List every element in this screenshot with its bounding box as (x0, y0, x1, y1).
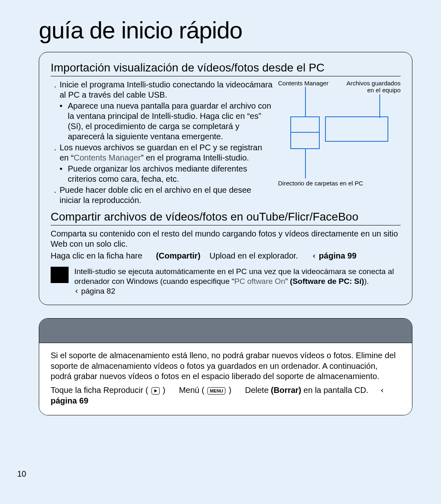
diagram-line (305, 149, 306, 178)
note-c: ). (364, 277, 369, 285)
diagram-label-saved-files: Archivos guardados en el equipo (339, 80, 401, 94)
note-text: Intelli-studio se ejecuta automáticament… (74, 267, 401, 296)
page-title: guía de inicio rápido (39, 16, 412, 44)
diagram: Contents Manager Archivos guardados en e… (278, 80, 401, 202)
step-2-contents-manager: Contents Manager (74, 153, 141, 162)
diagram-box (325, 116, 388, 142)
diagram-line (305, 87, 306, 116)
step-2b: ” en el programa Intelli-studio. (141, 153, 249, 162)
bullet-dot: . (51, 185, 60, 205)
diagram-box (290, 116, 320, 133)
page-number: 10 (17, 469, 26, 479)
menu-icon: MENU (207, 387, 225, 395)
section-2-body: Comparta su contenido con el resto del m… (51, 229, 401, 296)
action-text-a: Haga clic en la ficha hare (51, 251, 143, 260)
action-compartir: (Compartir) (156, 251, 200, 260)
step-1-sub: Aparece una nueva pantalla para guardar … (68, 101, 273, 142)
bullet-dot: . (51, 143, 60, 163)
section-1-text: . Inicie el programa Intelli-studio cone… (51, 80, 273, 206)
bullet: • (60, 101, 68, 142)
lower-paragraph: Si el soporte de almacenamiento está lle… (51, 350, 401, 382)
diagram-box (290, 133, 320, 149)
note-bold: (Software de PC: Sí) (290, 277, 364, 285)
section-2-heading: Compartir archivos de vídeos/fotos en ou… (51, 210, 401, 225)
lower-borrar: (Borrar) (271, 386, 301, 395)
arrow-icon: ‹ (74, 286, 79, 295)
bullet-dot: . (51, 80, 60, 100)
step-2: Los nuevos archivos se guardan en el PC … (60, 143, 273, 163)
diagram-label-contents-manager: Contents Manager (278, 80, 335, 87)
lower-d: ) (229, 386, 232, 395)
lower-box-header (39, 319, 412, 343)
page-ref-99: página 99 (319, 251, 356, 260)
action-text-c: Upload en el explorador. (209, 251, 298, 260)
lower-a: Toque la ficha Reproducir ( (51, 386, 148, 395)
section-2-intro: Comparta su contenido con el resto del m… (51, 229, 401, 249)
diagram-line (379, 94, 380, 118)
note-block: Intelli-studio se ejecuta automáticament… (51, 267, 401, 296)
section-2-action-line: Haga clic en la ficha hare (Compartir) U… (51, 251, 401, 261)
section-1-heading: Importación visualización de vídeos/foto… (51, 61, 401, 76)
note-quoted: PC oftware On (234, 277, 285, 285)
main-content-box: Importación visualización de vídeos/foto… (39, 52, 412, 305)
arrow-icon: ‹ (312, 251, 316, 261)
note-icon (51, 267, 69, 283)
lower-c: Menú ( (179, 386, 204, 395)
lower-box: Si el soporte de almacenamiento está lle… (39, 318, 412, 415)
diagram-label-directory: Directorio de carpetas en el PC (278, 180, 401, 187)
note-b: ” (285, 277, 290, 285)
step-3: Puede hacer doble clic en el archivo en … (60, 185, 273, 205)
lower-f: en la pantalla CD. (301, 386, 369, 395)
play-icon (151, 387, 160, 395)
arrow-icon: ‹ (380, 385, 385, 395)
page-ref-69: página 69 (51, 396, 88, 405)
lower-action-line: Toque la ficha Reproducir ( ) Menú ( MEN… (51, 385, 401, 406)
step-1: Inicie el programa Intelli-studio conect… (60, 80, 273, 100)
lower-e: Delete (245, 386, 271, 395)
bullet: • (60, 164, 68, 184)
step-2-sub: Puede organizar los archivos mediante di… (68, 164, 273, 184)
page-ref-82: página 82 (81, 287, 115, 295)
lower-b: ) (163, 386, 165, 395)
lower-box-body: Si el soporte de almacenamiento está lle… (39, 343, 412, 415)
